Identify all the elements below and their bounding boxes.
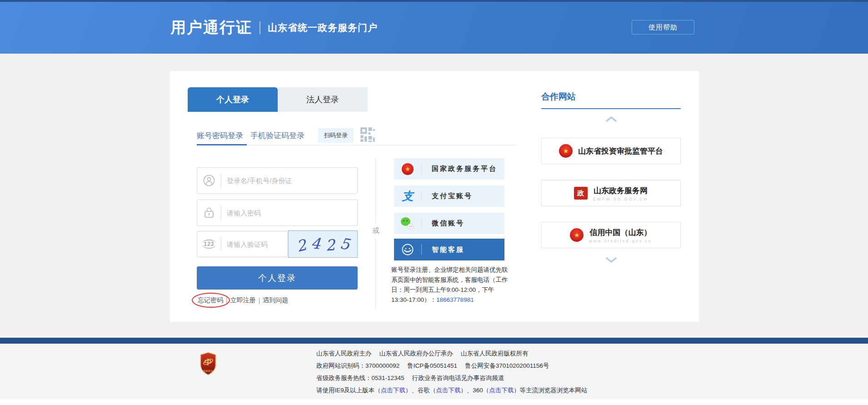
- footer-line-3: 省级政务服务热线：0531-12345 行政业务咨询电话见办事咨询频道: [316, 372, 587, 384]
- service-phone-link[interactable]: 18663778981: [436, 296, 474, 303]
- forgot-password-link[interactable]: 忘记密码: [195, 296, 226, 304]
- password-field: [197, 200, 358, 226]
- captcha-input[interactable]: [221, 231, 287, 257]
- tab-personal-login[interactable]: 个人登录: [188, 87, 278, 112]
- national-emblem-icon: [394, 163, 421, 175]
- carousel-down-icon[interactable]: [605, 256, 617, 265]
- wechat-icon: [394, 217, 421, 230]
- password-input[interactable]: [221, 200, 357, 225]
- national-emblem-icon: [570, 228, 584, 242]
- method-account-password[interactable]: 账号密码登录: [197, 130, 243, 141]
- third-party-wechat[interactable]: 微信账号: [394, 213, 504, 234]
- method-sms-code[interactable]: 手机验证码登录: [250, 130, 304, 141]
- footer-line-4: 请使用IE9及以上版本（点击下载）、谷歌（点击下载）、360（点击下载）等主流浏…: [316, 384, 587, 396]
- download-chrome-link[interactable]: 点击下载: [436, 387, 460, 394]
- page: 用户通行证 山东省统一政务服务门户 使用帮助 个人登录 法人登录 账号密码登录 …: [0, 0, 868, 405]
- lock-icon: [197, 207, 221, 219]
- login-methods: 账号密码登录 手机验证码登录 扫码登录: [197, 125, 376, 145]
- partner-panel-underline: [541, 108, 681, 109]
- government-badge-icon: 中 党政机关: [199, 352, 217, 377]
- svg-text:党政机关: 党政机关: [203, 370, 214, 373]
- footer-line-2: 政府网站识别码：3700000092 鲁ICP备05051451 鲁公网安备37…: [316, 360, 587, 372]
- login-card: 个人登录 法人登录 账号密码登录 手机验证码登录 扫码登录: [170, 71, 699, 322]
- red-seal-icon: [574, 187, 588, 200]
- carousel-up-icon[interactable]: [605, 115, 617, 125]
- active-method-underline: [197, 144, 247, 145]
- third-party-alipay[interactable]: 支付宝账号: [394, 185, 504, 207]
- service-note: 账号登录注册、企业绑定相关问题请优先联系页面中的智能客服系统，客服电话（工作日：…: [391, 265, 509, 305]
- brand: 用户通行证 山东省统一政务服务门户: [170, 2, 378, 54]
- or-label: 或: [369, 224, 383, 238]
- username-field: [197, 167, 358, 194]
- username-input[interactable]: [221, 168, 357, 193]
- smart-customer-service-button[interactable]: 智能客服: [394, 239, 504, 260]
- footer-line-1: 山东省人民政府主办 山东省人民政府办公厅承办 山东省人民政府版权所有: [316, 347, 587, 360]
- alipay-icon: [394, 189, 421, 204]
- captcha-123-icon: 123: [197, 240, 221, 249]
- trouble-link[interactable]: 遇到问题: [260, 296, 291, 305]
- svg-text:中: 中: [205, 358, 212, 366]
- third-party-national-platform[interactable]: 国家政务服务平台: [394, 158, 504, 180]
- national-emblem-icon: [559, 144, 573, 158]
- partner-site-zwfw[interactable]: 山东政务服务网 ZWFW.SD.GOV.CN: [541, 180, 681, 206]
- personal-login-button[interactable]: 个人登录: [197, 266, 358, 290]
- download-360-link[interactable]: 点击下载: [489, 387, 514, 394]
- register-link[interactable]: 立即注册: [228, 296, 259, 305]
- partner-panel: 合作网站 山东省投资审批监管平台 山东政务服务网 ZWFW.SD.GOV.CN …: [541, 71, 681, 322]
- captcha-image[interactable]: 2425: [288, 230, 358, 258]
- partner-site-credit-china[interactable]: 信用中国（山东） www.creditsd.gov.cn: [541, 222, 681, 248]
- customer-service-icon: [394, 243, 421, 256]
- partner-panel-title: 合作网站: [541, 91, 576, 103]
- footer: 中 党政机关 山东省人民政府主办 山东省人民政府办公厅承办 山东省人民政府版权所…: [0, 344, 868, 399]
- help-button[interactable]: 使用帮助: [632, 20, 694, 35]
- captcha-field: 123: [197, 231, 288, 257]
- scan-login-chip[interactable]: 扫码登录: [318, 128, 354, 143]
- qr-code-icon[interactable]: [359, 126, 376, 145]
- helper-links: 忘记密码 | 立即注册 | 遇到问题: [195, 296, 291, 305]
- footer-text: 山东省人民政府主办 山东省人民政府办公厅承办 山东省人民政府版权所有 政府网站识…: [316, 347, 587, 396]
- user-icon: [197, 175, 221, 186]
- tab-corporate-login[interactable]: 法人登录: [278, 87, 368, 112]
- footer-divider-bar: [0, 338, 868, 344]
- download-ie-link[interactable]: 点击下载: [381, 387, 405, 394]
- page-subtitle: 山东省统一政务服务门户: [268, 21, 378, 34]
- partner-site-investment-platform[interactable]: 山东省投资审批监管平台: [541, 138, 681, 164]
- page-title: 用户通行证: [170, 17, 252, 38]
- header: 用户通行证 山东省统一政务服务门户 使用帮助: [0, 2, 868, 54]
- brand-divider: [259, 21, 260, 34]
